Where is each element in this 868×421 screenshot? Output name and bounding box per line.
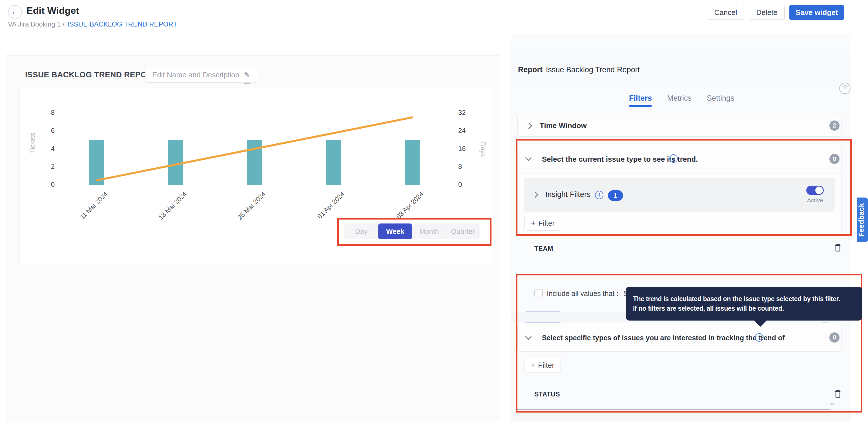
trend-types-card[interactable]: Select specific types of issues you are … <box>518 323 841 352</box>
cancel-button[interactable]: Cancel <box>707 5 744 20</box>
trend-types-count-badge: 0 <box>829 332 840 342</box>
edit-widget-page: ← Edit Widget VA Jira Booking 1 /ISSUE B… <box>0 0 868 421</box>
time-window-label: Time Window <box>540 121 587 130</box>
chevron-down-icon <box>525 155 532 161</box>
issue-type-card: Select the current issue type to see its… <box>518 144 841 236</box>
back-button[interactable]: ← <box>8 5 22 19</box>
right-axis-tick: 24 <box>458 127 478 135</box>
trend-types-section-label: Select specific types of issues you are … <box>542 334 784 342</box>
time-window-card[interactable]: Time Window 2 <box>518 114 841 137</box>
active-toggle-label: Active <box>806 197 824 204</box>
add-filter-button[interactable]: +Filter <box>524 216 561 230</box>
tooltip-line2: If no filters are selected, all issues w… <box>633 304 855 313</box>
left-axis-tick: 0 <box>35 180 55 189</box>
right-axis-tick: 32 <box>458 109 478 116</box>
left-axis-tick: 8 <box>35 109 55 116</box>
save-widget-button[interactable]: Save widget <box>789 5 844 20</box>
active-tab-underline <box>629 105 652 107</box>
panel-header: ReportIssue Backlog Trend Report ? <box>510 55 851 87</box>
tickets-bar <box>405 140 420 185</box>
report-config-panel: ReportIssue Backlog Trend Report ? Filte… <box>510 34 851 421</box>
tickets-bar <box>326 140 341 185</box>
x-axis-label: 25 Mar 2024 <box>226 190 267 231</box>
report-name: Issue Backlog Trend Report <box>546 65 640 74</box>
back-arrow-icon: ← <box>11 7 19 16</box>
info-icon[interactable]: i <box>669 155 678 163</box>
right-axis-tick: 8 <box>458 163 478 170</box>
chevron-right-icon <box>532 192 538 198</box>
tab-settings[interactable]: Settings <box>707 90 735 110</box>
edit-name-description-button[interactable]: Edit Name and Description✎ <box>145 67 257 83</box>
trash-icon[interactable] <box>833 243 843 253</box>
plus-icon: + <box>531 361 535 369</box>
x-axis-label: 18 Mar 2024 <box>147 190 188 231</box>
tickets-bar <box>247 140 262 185</box>
chevron-right-icon <box>526 123 532 129</box>
breadcrumb: VA Jira Booking 1 /ISSUE BACKLOG TREND R… <box>8 20 177 28</box>
trash-icon[interactable] <box>833 389 843 399</box>
insight-filters-count-pill: 1 <box>608 190 623 201</box>
x-axis-label: 11 Mar 2024 <box>68 190 110 231</box>
tab-metrics[interactable]: Metrics <box>667 90 691 110</box>
page-title: Edit Widget <box>27 5 79 16</box>
insight-filters-label: Insight Filters <box>545 190 591 199</box>
granularity-option-day[interactable]: Day <box>344 223 378 239</box>
chevron-down-icon <box>525 334 532 340</box>
include-all-checkbox[interactable] <box>534 289 543 298</box>
time-window-count-badge: 2 <box>829 120 840 131</box>
report-label: Report <box>518 65 542 74</box>
tooltip-line1: The trend is calculated based on the iss… <box>633 294 855 304</box>
panel-bottom-strip <box>510 413 851 421</box>
feedback-tab[interactable]: Feedback <box>857 198 868 242</box>
status-filter-section: STATUS <box>510 383 851 413</box>
question-mark-icon: ? <box>843 84 846 92</box>
right-axis-tick: 16 <box>458 145 478 153</box>
team-label: TEAM <box>534 245 553 253</box>
tab-filters[interactable]: Filters <box>629 90 652 110</box>
pencil-icon: ✎ <box>244 67 250 84</box>
page-header: ← Edit Widget VA Jira Booking 1 /ISSUE B… <box>0 0 868 34</box>
left-axis-tick: 6 <box>35 127 55 135</box>
delete-button[interactable]: Delete <box>749 5 784 20</box>
granularity-option-week[interactable]: Week <box>378 223 412 239</box>
granularity-segmented-control: DayWeekMonthQuarter <box>344 223 479 239</box>
right-axis-tick: 0 <box>458 180 478 189</box>
include-all-label: Include all values that : <box>547 289 618 298</box>
info-icon[interactable]: i <box>755 333 764 342</box>
left-axis-tick: 2 <box>35 163 55 170</box>
left-axis-title: Tickets <box>29 134 36 153</box>
left-axis-tick: 4 <box>35 145 55 153</box>
plus-icon: + <box>531 219 535 227</box>
filter-tooltip: The trend is calculated based on the iss… <box>626 287 862 320</box>
insight-filters-active-toggle[interactable] <box>806 186 824 195</box>
breadcrumb-parent: VA Jira Booking 1 / <box>8 20 65 28</box>
status-input-underline <box>518 410 830 410</box>
granularity-option-month[interactable]: Month <box>412 223 446 239</box>
help-button[interactable]: ? <box>839 83 850 94</box>
widget-title: ISSUE BACKLOG TREND REPORT <box>25 70 158 79</box>
insight-filters-card[interactable]: Insight Filters i 1 Active <box>524 178 835 212</box>
gridline <box>59 185 454 185</box>
tickets-bar <box>168 140 183 185</box>
add-filter-button[interactable]: +Filter <box>524 358 561 372</box>
info-icon[interactable]: i <box>595 191 603 199</box>
issue-type-card-header[interactable]: Select the current issue type to see its… <box>518 144 841 174</box>
status-label: STATUS <box>534 391 560 398</box>
widget-preview-card: ISSUE BACKLOG TREND REPORT Edit Name and… <box>6 55 499 421</box>
gridline <box>59 131 454 131</box>
tickets-bar <box>89 140 104 185</box>
breadcrumb-current-link[interactable]: ISSUE BACKLOG TREND REPORT <box>67 20 177 28</box>
right-axis-title: Days <box>479 140 487 160</box>
trend-chart: 864203224168011 Mar 202418 Mar 202425 Ma… <box>20 88 493 264</box>
granularity-option-quarter[interactable]: Quarter <box>446 223 479 239</box>
panel-tabs: FiltersMetricsSettings <box>629 90 735 110</box>
issue-type-count-badge: 0 <box>829 154 840 164</box>
x-axis-label: 01 Apr 2024 <box>305 190 346 231</box>
